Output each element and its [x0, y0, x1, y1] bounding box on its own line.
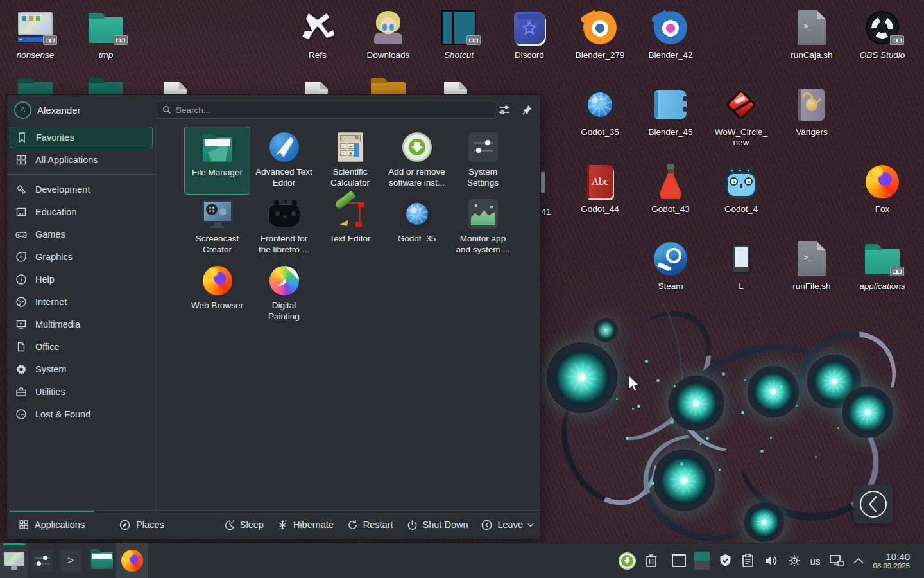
taskbar-terminal-button[interactable]: >	[56, 543, 85, 578]
pager-desktop-1[interactable]	[672, 554, 686, 567]
restart-button[interactable]: Restart	[346, 519, 393, 531]
grid-icon	[19, 520, 29, 530]
desktop-icon-godot-4[interactable]: Godot_4	[708, 163, 774, 215]
desktop-icon-godot-44[interactable]: Abc Godot_44	[567, 163, 633, 215]
launcher-sidebar: Favorites All Applications Development E…	[7, 125, 156, 510]
sidebar-item-system[interactable]: System	[7, 358, 155, 380]
clipboard-tray-icon[interactable]	[741, 553, 755, 568]
desktop-icon-godot-35[interactable]: Godot_35	[567, 86, 633, 137]
desktop-icon-blender-279[interactable]: Blender_279	[567, 9, 633, 60]
desktop-icon-wow-circle[interactable]: WoW_Circle_ new	[708, 86, 774, 148]
desktop-icon-downloads[interactable]: Downloads	[355, 9, 422, 60]
desktop-icon-fox[interactable]: Fox	[849, 163, 916, 215]
configure-icon[interactable]	[498, 103, 511, 116]
terminal-icon: >	[60, 550, 81, 572]
desktop-icon-runcaja[interactable]: >_ runCaja.sh	[778, 9, 845, 60]
graphics-icon	[15, 251, 27, 263]
desktop-icon-refs[interactable]: Refs	[284, 9, 351, 60]
desktop-icon-blender-45[interactable]: Blender_45	[637, 86, 704, 137]
pager-desktop-2[interactable]	[694, 552, 710, 570]
app-advanced-text-editor[interactable]: Advanced Text Editor	[251, 127, 317, 195]
desktop-icon-vangers[interactable]: Vangers	[778, 86, 845, 137]
desktop-icon-godot-43[interactable]: Godot_43	[637, 163, 704, 215]
tab-places[interactable]: Places	[108, 511, 176, 539]
app-retroarch[interactable]: Frontend for the libretro ...	[251, 193, 317, 261]
desktop-icon-nonsense[interactable]: nonsense	[2, 9, 69, 60]
sidebar-item-graphics[interactable]: Graphics	[7, 245, 155, 268]
search-input[interactable]	[176, 105, 490, 115]
sidebar-item-games[interactable]: Games	[7, 223, 155, 245]
app-label: File Manager	[192, 167, 243, 178]
volume-tray-icon[interactable]	[763, 553, 778, 568]
app-digital-painting[interactable]: Digital Painting	[251, 260, 317, 328]
updates-tray-icon[interactable]	[619, 552, 636, 570]
network-tray-icon[interactable]	[828, 553, 844, 568]
desktop-icon-label: tmp	[99, 50, 114, 60]
education-icon	[15, 206, 27, 218]
compass-icon	[119, 520, 130, 530]
app-label: Digital Painting	[268, 300, 300, 322]
system-settings-icon	[468, 132, 498, 162]
sidebar-item-all-applications[interactable]: All Applications	[7, 148, 155, 171]
app-file-manager[interactable]: File Manager	[184, 127, 250, 195]
app-screencast-creator[interactable]: Screencast Creator	[184, 193, 250, 261]
sidebar-item-education[interactable]: Education	[7, 200, 155, 223]
taskbar-settings-button[interactable]	[28, 543, 56, 578]
desktop-icon-shotcut[interactable]: Shotcut	[425, 9, 492, 60]
tray-expand-icon[interactable]	[853, 557, 864, 565]
sleep-button[interactable]: zz Sleep	[223, 519, 264, 531]
sidebar-item-development[interactable]: Development	[7, 178, 155, 200]
sidebar-separator	[7, 174, 155, 175]
desktop-icon-discord[interactable]: Discord	[496, 9, 563, 60]
app-text-editor[interactable]: Text Editor	[317, 193, 383, 261]
sleep-icon: zz	[223, 519, 235, 531]
sidebar-item-help[interactable]: Help	[7, 268, 155, 290]
svg-text:z: z	[285, 519, 287, 522]
app-scientific-calculator[interactable]: 0 +−÷× Scientific Calculator	[317, 127, 383, 195]
hibernate-button[interactable]: z Hibernate	[277, 519, 334, 531]
desktop-icon-l[interactable]: L	[708, 240, 774, 292]
sidebar-item-favorites[interactable]: Favorites	[10, 127, 153, 148]
app-system-settings[interactable]: System Settings	[450, 127, 516, 195]
sidebar-item-label: Lost & Found	[35, 409, 90, 419]
sidebar-item-utilities[interactable]: Utilities	[7, 380, 155, 403]
desktop-icon-obs-studio[interactable]: OBS Studio	[849, 9, 916, 60]
gear-icon	[15, 363, 27, 375]
sidebar-item-multimedia[interactable]: Multimedia	[7, 313, 155, 335]
shutdown-button[interactable]: Shut Down	[406, 519, 468, 531]
tab-applications[interactable]: Applications	[7, 511, 96, 539]
desktop-icon-blender-42[interactable]: Blender_42	[637, 9, 704, 60]
svg-text:z: z	[233, 520, 235, 523]
brightness-tray-icon[interactable]	[787, 553, 802, 568]
app-godot-35[interactable]: Godot_35	[384, 193, 450, 261]
desktop-icon-label: Vangers	[796, 127, 827, 137]
back-button[interactable]	[853, 485, 893, 523]
shield-tray-icon[interactable]	[718, 553, 733, 568]
trash-tray-icon[interactable]	[644, 553, 658, 568]
desktop-icon-runfile[interactable]: >_ runFile.sh	[778, 240, 845, 292]
sidebar-item-lost-found[interactable]: Lost & Found	[7, 403, 155, 425]
app-launcher-button[interactable]	[0, 543, 28, 578]
leave-button[interactable]: Leave	[481, 519, 534, 531]
desktop-icon-tmp[interactable]: tmp	[73, 9, 139, 60]
taskbar-firefox-task[interactable]	[116, 543, 148, 578]
sidebar-item-office[interactable]: Office	[7, 335, 155, 358]
desktop-icon-applications[interactable]: applications	[849, 240, 916, 292]
pin-icon[interactable]	[521, 103, 534, 116]
calculator-icon: 0 +−÷×	[338, 132, 363, 162]
desktop-icon-label: nonsense	[17, 50, 55, 60]
app-add-remove-software[interactable]: Add or remove software inst...	[384, 127, 450, 195]
system-tray: us 10:40 08.09.2025	[619, 543, 910, 578]
desktop-icon-steam[interactable]: Steam	[637, 240, 704, 292]
spider-logo-icon	[298, 9, 337, 46]
clock[interactable]: 10:40 08.09.2025	[873, 551, 910, 570]
keyboard-layout-indicator[interactable]: us	[810, 556, 821, 566]
lens-icon	[584, 89, 616, 121]
search-field[interactable]	[157, 101, 495, 119]
sidebar-item-internet[interactable]: Internet	[7, 290, 155, 313]
user-avatar[interactable]: A	[14, 101, 31, 119]
app-system-monitor[interactable]: Monitor app and system ...	[450, 193, 516, 261]
software-install-icon	[402, 132, 432, 162]
taskbar-filemanager-button[interactable]	[88, 543, 116, 578]
app-web-browser[interactable]: Web Browser	[184, 260, 250, 328]
